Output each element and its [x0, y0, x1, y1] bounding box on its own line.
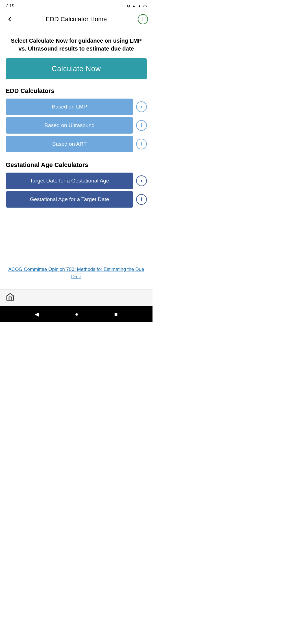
art-row: Based on ART i [6, 136, 147, 152]
status-bar: 7:19 ⊘ ▲ ▲ ▭ [0, 0, 152, 11]
target-date-button[interactable]: Target Date for a Gestational Age [6, 173, 133, 189]
gestational-age-row: Gestational Age for a Target Date i [6, 191, 147, 208]
main-content: Select Calculate Now for guidance on usi… [0, 28, 152, 289]
status-time: 7:19 [6, 3, 14, 8]
gestational-age-info-button[interactable]: i [136, 194, 147, 205]
bottom-nav [0, 289, 152, 306]
ultrasound-info-button[interactable]: i [136, 120, 147, 131]
app-bar: EDD Calculator Home i [0, 11, 152, 28]
android-back-button[interactable]: ◀ [35, 311, 39, 317]
wifi-icon: ▲ [132, 4, 136, 8]
guidance-text: Select Calculate Now for guidance on usi… [6, 37, 147, 53]
calculate-now-button[interactable]: Calculate Now [6, 58, 147, 79]
edd-calculators-section: EDD Calculators Based on LMP i Based on … [6, 87, 147, 155]
spacer [6, 217, 147, 260]
android-nav-bar: ◀ ● ■ [0, 306, 152, 322]
target-date-info-button[interactable]: i [136, 175, 147, 186]
ultrasound-row: Based on Ultrasound i [6, 117, 147, 134]
home-button[interactable] [6, 292, 15, 303]
lmp-info-button[interactable]: i [136, 101, 147, 112]
page-title: EDD Calculator Home [15, 16, 138, 23]
gestational-age-button[interactable]: Gestational Age for a Target Date [6, 191, 133, 208]
gestational-section: Gestational Age Calculators Target Date … [6, 161, 147, 210]
based-on-lmp-button[interactable]: Based on LMP [6, 99, 133, 115]
lmp-row: Based on LMP i [6, 99, 147, 115]
edd-section-title: EDD Calculators [6, 87, 147, 95]
app-info-button[interactable]: i [138, 14, 148, 24]
gestational-section-title: Gestational Age Calculators [6, 161, 147, 169]
battery-icon: ▭ [143, 4, 147, 8]
based-on-art-button[interactable]: Based on ART [6, 136, 133, 152]
signal-icon: ▲ [138, 4, 141, 8]
target-date-row: Target Date for a Gestational Age i [6, 173, 147, 189]
dnd-icon: ⊘ [127, 4, 130, 8]
status-icons: ⊘ ▲ ▲ ▭ [127, 4, 147, 8]
back-button[interactable] [5, 14, 15, 24]
android-home-button[interactable]: ● [75, 311, 78, 317]
art-info-button[interactable]: i [136, 139, 147, 149]
based-on-ultrasound-button[interactable]: Based on Ultrasound [6, 117, 133, 134]
android-recent-button[interactable]: ■ [114, 311, 117, 317]
acog-link[interactable]: ACOG Committee Opinion 700: Methods for … [6, 266, 147, 280]
